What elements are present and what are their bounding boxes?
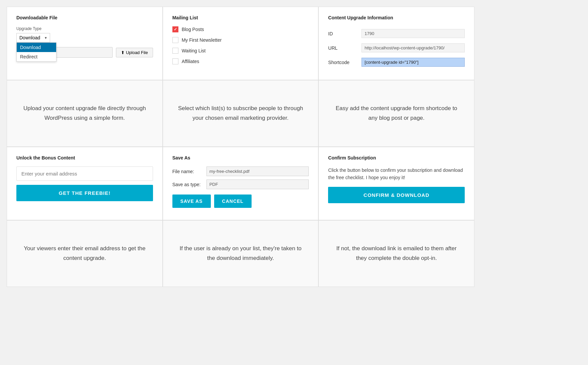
checkbox-label-waiting-list: Waiting List <box>182 48 206 53</box>
desc-unlock-bonus: Your viewers enter their email address t… <box>7 220 163 287</box>
upgrade-type-select-wrapper[interactable]: Download Redirect ▼ <box>16 33 50 42</box>
upload-file-button[interactable]: ⬆Upload File <box>116 48 153 57</box>
desc-confirm-subscription: If not, the download link is emailed to … <box>318 220 474 287</box>
checkbox-label-blog-posts: Blog Posts <box>182 27 204 32</box>
upgrade-type-dropdown: Download Redirect <box>16 42 56 62</box>
info-label-id: ID <box>328 26 361 41</box>
upload-icon: ⬆ <box>121 50 125 55</box>
desc-content-upgrade-info: Easy add the content upgrade form shortc… <box>318 80 474 147</box>
list-item: Waiting List <box>172 48 309 54</box>
info-row-shortcode: Shortcode [content-upgrade id="1790"] <box>328 55 465 69</box>
info-value-shortcode[interactable]: [content-upgrade id="1790"] <box>361 58 465 67</box>
desc-downloadable-file: Upload your content upgrade file directl… <box>7 80 163 147</box>
dropdown-item-download[interactable]: Download <box>17 43 56 52</box>
mailing-list-cell: Mailing List ✓ Blog Posts My First Newsl… <box>163 7 319 80</box>
email-input[interactable] <box>16 166 153 181</box>
checkbox-blog-posts[interactable]: ✓ <box>172 26 178 32</box>
desc-confirm-subscription-text: If not, the download link is emailed to … <box>332 244 461 263</box>
filetype-label: Save as type: <box>172 182 202 187</box>
get-freebie-button[interactable]: GET THE FREEBIE! <box>16 185 153 201</box>
upload-button-label: Upload File <box>126 50 148 55</box>
desc-content-upgrade-info-text: Easy add the content upgrade form shortc… <box>332 104 461 123</box>
desc-mailing-list: Select which list(s) to subscribe people… <box>163 80 319 147</box>
checkbox-newsletter[interactable] <box>172 37 178 43</box>
filename-row: File name: <box>172 166 309 176</box>
mailing-list: ✓ Blog Posts My First Newsletter Waiting… <box>172 26 309 64</box>
upgrade-type-label: Upgrade Type <box>16 26 153 31</box>
save-as-cell: Save As File name: Save as type: SAVE AS… <box>163 147 319 220</box>
downloadable-file-cell: Downloadable File Upgrade Type Download … <box>7 7 163 80</box>
checkbox-affiliates[interactable] <box>172 58 178 64</box>
desc-save-as: If the user is already on your list, the… <box>163 220 319 287</box>
desc-save-as-text: If the user is already on your list, the… <box>176 244 305 263</box>
filetype-input[interactable] <box>206 179 309 189</box>
confirm-subscription-cell: Confirm Subscription Click the button be… <box>318 147 474 220</box>
filename-input[interactable] <box>206 166 309 176</box>
desc-downloadable-file-text: Upload your content upgrade file directl… <box>20 104 149 123</box>
info-row-url: URL http://localhost/wp-content-upgrade/… <box>328 41 465 55</box>
checkmark-icon: ✓ <box>174 27 177 31</box>
confirm-subscription-description: Click the button below to confirm your s… <box>328 166 465 181</box>
unlock-bonus-cell: Unlock the Bonus Content GET THE FREEBIE… <box>7 147 163 220</box>
confirm-download-button[interactable]: CONFIRM & DOWNLOAD <box>328 187 465 203</box>
main-grid: Downloadable File Upgrade Type Download … <box>7 7 474 287</box>
save-as-title: Save As <box>172 155 309 160</box>
content-upgrade-info-cell: Content Upgrade Information ID 1790 URL … <box>318 7 474 80</box>
info-label-shortcode: Shortcode <box>328 55 361 69</box>
save-as-button[interactable]: SAVE AS <box>172 195 211 208</box>
list-item: My First Newsletter <box>172 37 309 43</box>
list-item: ✓ Blog Posts <box>172 26 309 32</box>
dropdown-item-redirect[interactable]: Redirect <box>17 52 56 61</box>
desc-unlock-bonus-text: Your viewers enter their email address t… <box>20 244 149 263</box>
checkbox-waiting-list[interactable] <box>172 48 178 54</box>
list-item: Affiliates <box>172 58 309 64</box>
content-upgrade-info-title: Content Upgrade Information <box>328 15 465 20</box>
mailing-list-title: Mailing List <box>172 15 309 20</box>
upgrade-type-select[interactable]: Download Redirect <box>16 33 50 42</box>
desc-mailing-list-text: Select which list(s) to subscribe people… <box>176 104 305 123</box>
downloadable-file-title: Downloadable File <box>16 15 153 20</box>
filetype-row: Save as type: <box>172 179 309 189</box>
info-table: ID 1790 URL http://localhost/wp-content-… <box>328 26 465 69</box>
confirm-subscription-title: Confirm Subscription <box>328 155 465 160</box>
checkbox-label-newsletter: My First Newsletter <box>182 37 222 43</box>
save-as-buttons: SAVE AS CANCEL <box>172 195 309 208</box>
checkbox-label-affiliates: Affiliates <box>182 59 199 64</box>
info-row-id: ID 1790 <box>328 26 465 41</box>
cancel-button[interactable]: CANCEL <box>214 195 252 208</box>
filename-label: File name: <box>172 169 202 174</box>
info-value-url: http://localhost/wp-content-upgrade/1790… <box>361 43 465 52</box>
info-label-url: URL <box>328 41 361 55</box>
unlock-bonus-title: Unlock the Bonus Content <box>16 155 153 160</box>
info-value-id: 1790 <box>361 29 465 38</box>
